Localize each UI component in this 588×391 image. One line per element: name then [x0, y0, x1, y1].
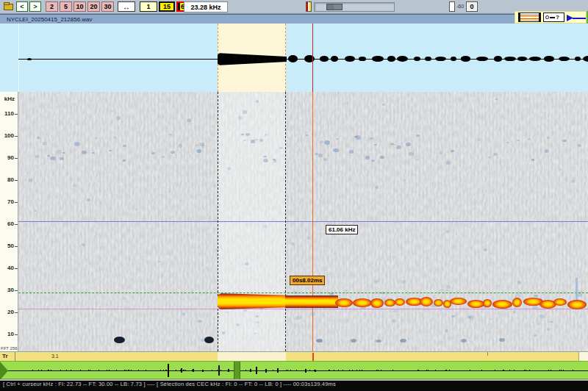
waveform-noise-tick — [435, 370, 436, 371]
noise-dot — [578, 144, 582, 147]
key-shortcut-icon[interactable]: ? — [543, 12, 564, 22]
overview-oscillogram[interactable] — [0, 24, 588, 92]
overview-call-blob — [529, 57, 541, 61]
frequency-axis: kHz 110100908070605040302010 FFT 256 — [0, 92, 18, 351]
freq-tick-dash — [15, 334, 18, 335]
noise-dot — [87, 198, 90, 201]
noise-dot — [92, 152, 95, 154]
noise-dot — [295, 316, 301, 320]
waveform-spike — [202, 370, 204, 372]
low-freq-blob — [204, 337, 214, 343]
open-file-button[interactable] — [2, 1, 15, 12]
waveform-noise-tick — [126, 370, 126, 370]
fft-size-label: FFT 256 — [1, 346, 18, 351]
noise-dot — [344, 102, 348, 105]
noise-dot — [35, 209, 37, 212]
noise-dot — [354, 136, 357, 137]
expansion-button-1[interactable]: 1 — [140, 1, 157, 12]
noise-dot — [394, 144, 397, 146]
overview-call-blob — [345, 56, 355, 62]
zoom-button-5[interactable]: 5 — [60, 1, 72, 12]
noise-dot — [151, 152, 155, 154]
lower-band-marker-line[interactable] — [18, 309, 588, 309]
noise-dot — [37, 137, 40, 139]
overview-call-blob — [583, 56, 588, 62]
call-pulse-blob — [450, 298, 467, 304]
waveform-noise-tick — [559, 370, 560, 371]
overview-call-blob — [387, 56, 395, 62]
track-ruler[interactable]: Tr 3.1 — [0, 351, 588, 361]
zoom-button-2[interactable]: 2 — [46, 1, 58, 12]
waveform-noise-tick — [290, 370, 291, 371]
waveform-noise-tick — [176, 370, 176, 371]
waveform-noise-tick — [509, 370, 510, 370]
waveform-noise-tick — [124, 370, 125, 371]
noise-dot — [263, 225, 268, 229]
noise-dot — [187, 118, 191, 122]
noise-dot — [365, 156, 370, 159]
noise-dot — [273, 159, 276, 162]
waveform-noise-tick — [182, 370, 182, 370]
threshold-value-label: -60 — [456, 4, 464, 9]
overview-call-blob — [517, 57, 526, 60]
noise-dot — [307, 237, 311, 240]
file-oscillogram-strip[interactable] — [0, 361, 588, 379]
noise-dot — [323, 315, 326, 317]
noise-dot — [439, 151, 443, 154]
freq-tick-dash — [15, 290, 18, 291]
threshold-slider-handle[interactable] — [326, 4, 343, 10]
waveform-noise-tick — [212, 370, 212, 371]
color-scale-icon[interactable] — [518, 12, 541, 22]
low-freq-blob — [461, 339, 467, 342]
overview-call-blob — [425, 57, 431, 61]
noise-dot — [513, 311, 516, 312]
noise-dot — [238, 116, 242, 119]
waveform-noise-tick — [356, 370, 357, 372]
zoom-button-group: 25102030 — [46, 1, 114, 12]
waveform-noise-tick — [80, 370, 81, 371]
frequency-marker-label: 61.06 kHz — [326, 225, 358, 234]
noise-dot — [123, 159, 126, 162]
document-titlebar[interactable]: NYCLEI_20250415_212856.wav — [0, 14, 588, 24]
noise-dot — [243, 110, 247, 114]
zoom-button-30[interactable]: 30 — [101, 1, 114, 12]
freq-tick-label-20: 20 — [7, 309, 14, 315]
prev-file-button[interactable]: < — [16, 1, 28, 12]
upper-band-marker-line[interactable] — [18, 293, 588, 293]
full-span-button[interactable]: ↔ — [118, 1, 135, 12]
waveform-noise-tick — [128, 370, 129, 370]
noise-dot — [82, 243, 85, 246]
low-freq-blob — [114, 337, 125, 343]
waveform-noise-tick — [548, 370, 549, 370]
noise-dot — [446, 285, 450, 288]
zero-reset-button[interactable]: 0 — [466, 1, 478, 12]
waveform-noise-tick — [296, 370, 297, 372]
noise-dot — [547, 137, 550, 138]
waveform-noise-tick — [526, 370, 526, 370]
zoom-button-10[interactable]: 10 — [74, 1, 86, 12]
expansion-button-15[interactable]: 15 — [159, 1, 175, 12]
waveform-noise-tick — [381, 370, 381, 370]
waveform-noise-tick — [561, 370, 562, 371]
waveform-noise-tick — [49, 370, 49, 372]
file-view-cursor[interactable] — [234, 362, 240, 380]
freq-tick-label-50: 50 — [7, 243, 14, 249]
noise-dot — [251, 140, 256, 143]
frequency-marker-line[interactable] — [18, 221, 588, 222]
noise-dot — [545, 149, 549, 152]
waveform-noise-tick — [183, 370, 184, 371]
noise-dot — [82, 151, 87, 154]
call-pulse-blob — [492, 300, 512, 309]
noise-dot — [559, 168, 562, 171]
freq-tick-dash — [15, 114, 18, 115]
waveform-noise-tick — [314, 370, 315, 370]
next-file-button[interactable]: > — [29, 1, 41, 12]
threshold-slider[interactable] — [314, 2, 395, 12]
call-pulse-blob — [512, 298, 522, 307]
waveform-noise-tick — [163, 370, 164, 370]
noise-dot — [256, 321, 259, 323]
zoom-button-20[interactable]: 20 — [87, 1, 100, 12]
waveform-noise-tick — [218, 370, 219, 370]
noise-dot — [396, 146, 401, 149]
call-pulse-blob — [395, 298, 405, 306]
